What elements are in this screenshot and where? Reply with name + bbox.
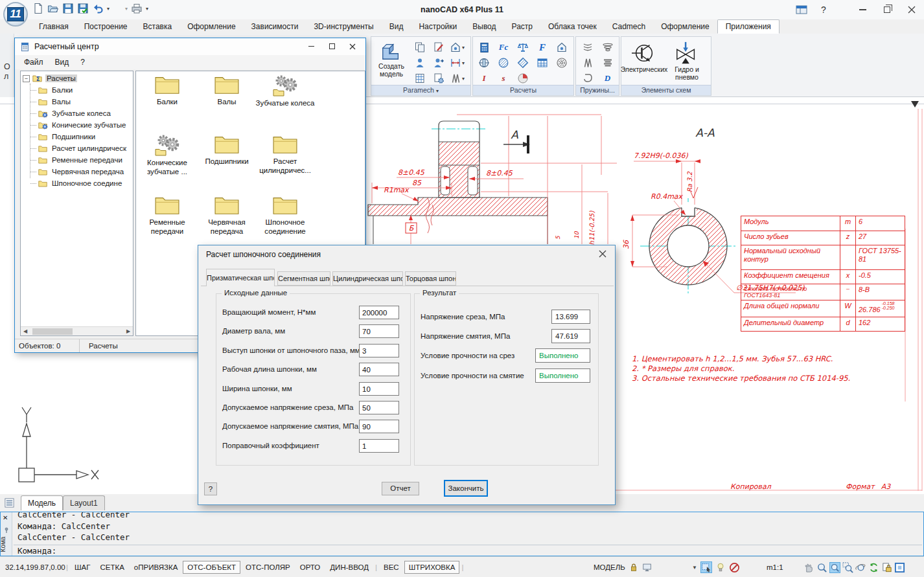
command-line-panel[interactable]: ✕ Кома CalcCenter - CalcCenter Команда: …	[0, 512, 924, 556]
tab-model[interactable]: Модель	[21, 495, 63, 510]
restore-button[interactable]	[875, 0, 899, 19]
dialog-close-icon[interactable]	[598, 249, 608, 260]
tab-vid[interactable]: Вид	[382, 19, 411, 34]
tree-item-root[interactable]: − Расчеты	[21, 73, 133, 84]
lightbulb-icon[interactable]	[715, 562, 726, 572]
calculator-icon[interactable]	[474, 40, 494, 55]
tab-3d-instrumenty[interactable]: 3D-инструменты	[306, 19, 381, 34]
key-length-input[interactable]	[359, 363, 399, 376]
key-protrusion-input[interactable]	[359, 344, 399, 357]
regen-icon[interactable]	[868, 562, 879, 573]
no-selection-icon[interactable]	[729, 562, 740, 573]
tree-horizontal-scrollbar[interactable]: ◀ ▶	[21, 326, 133, 335]
allowed-shear-input[interactable]	[359, 401, 399, 414]
print-dropdown-icon[interactable]: ▾	[146, 6, 148, 12]
toggle-shag[interactable]: ШАГ	[70, 561, 95, 574]
disc-springs-icon[interactable]	[597, 55, 618, 71]
correction-factor-input[interactable]	[359, 439, 399, 453]
panel-item-podshipniki[interactable]: Подшипники	[197, 133, 257, 166]
panel-item-chervyachnaya[interactable]: Червячная передача	[197, 194, 257, 236]
group-label-pruzhiny[interactable]: Пружины...	[576, 85, 619, 95]
panel-item-raschet-cilindr[interactable]: Расчет цилиндричес...	[255, 133, 315, 175]
save-all-icon[interactable]	[77, 3, 89, 14]
hook-icon[interactable]	[577, 71, 597, 86]
doc-gear-icon[interactable]	[429, 71, 448, 86]
person-export-icon[interactable]	[429, 55, 448, 71]
tree-item[interactable]: Шпоночное соедине	[21, 177, 133, 189]
undo-dropdown-icon[interactable]: ▾	[107, 6, 110, 12]
tab-glavnaya[interactable]: Главная	[31, 19, 76, 34]
zoom-window-icon[interactable]	[842, 562, 853, 573]
tab-vyvod[interactable]: Вывод	[465, 19, 503, 34]
dialog-help-button[interactable]: ?	[204, 482, 217, 495]
hydro-pneumo-button[interactable]: Гидро и пневмо	[665, 38, 708, 84]
tab-vstavka[interactable]: Вставка	[135, 19, 180, 34]
tab-postroenie[interactable]: Построение	[76, 19, 135, 34]
minimize-button[interactable]	[850, 0, 875, 19]
tree-item[interactable]: Червячная передача	[21, 166, 133, 177]
toggle-shtrikhovka[interactable]: ШТРИХОВКА	[404, 561, 460, 574]
tab-layout1[interactable]: Layout1	[63, 495, 105, 510]
tab-prilozheniya[interactable]: Приложения	[717, 19, 780, 34]
bearing-rings-icon[interactable]	[552, 55, 572, 71]
torque-input[interactable]	[359, 306, 399, 319]
tree-item[interactable]: Ременные передачи	[21, 154, 133, 166]
zoom-icon[interactable]	[816, 562, 827, 573]
lock-icon[interactable]	[629, 562, 639, 572]
dimension-icon[interactable]: ▾	[448, 55, 467, 71]
tab-oformlenie-2[interactable]: Оформление	[653, 19, 717, 34]
spring-dense-icon[interactable]	[597, 40, 618, 55]
scroll-thumb[interactable]	[32, 328, 73, 335]
hatched-diamond-icon[interactable]	[513, 55, 533, 71]
pie-chart-icon[interactable]	[513, 71, 533, 86]
scroll-left-icon[interactable]: ◀	[21, 327, 30, 335]
panel-item-remennye[interactable]: Ременные передачи	[137, 194, 197, 236]
command-pin-icon[interactable]	[3, 526, 10, 534]
tab-prizmaticheskaya[interactable]: Призматическая шпонка	[206, 269, 275, 286]
toggle-orto[interactable]: ОРТО	[295, 561, 325, 574]
shaft-diameter-input[interactable]	[359, 324, 399, 338]
menu-help[interactable]: ?	[75, 56, 90, 68]
model-house-icon[interactable]: ▾	[448, 40, 467, 55]
toggle-ots-polyar[interactable]: ОТС-ПОЛЯР	[241, 561, 295, 574]
group-label-paramech[interactable]: Paramech ▾	[371, 85, 470, 95]
group-label-elementy-skhem[interactable]: Элементы схем	[621, 85, 711, 95]
tree-item[interactable]: Балки	[21, 84, 133, 96]
status-dropdown-icon[interactable]: ▼	[692, 565, 697, 571]
person-icon[interactable]	[410, 55, 429, 71]
house-gear-icon[interactable]	[552, 40, 572, 55]
shaft-section-icon[interactable]	[474, 55, 494, 71]
orbit-icon[interactable]	[855, 562, 866, 573]
cc-minimize-button[interactable]	[301, 40, 321, 53]
panel-window-icon[interactable]	[789, 0, 814, 19]
spring-zigzag-icon[interactable]	[577, 55, 597, 71]
tree-item[interactable]: Валы	[21, 96, 133, 107]
command-close-icon[interactable]: ✕	[3, 514, 8, 521]
tab-torcovaya[interactable]: Торцовая шпонка	[405, 271, 456, 286]
close-button[interactable]	[899, 0, 924, 19]
tab-oblaka-tochek[interactable]: Облака точек	[540, 19, 605, 34]
undo-icon[interactable]	[92, 3, 104, 14]
tab-cadmech[interactable]: Cadmech	[605, 19, 653, 34]
key-width-input[interactable]	[359, 382, 399, 396]
tree-item[interactable]: Подшипники	[21, 131, 133, 142]
tree-item[interactable]: Конические зубчатые	[21, 119, 133, 131]
tree-item[interactable]: Расчет цилиндрическ	[21, 142, 133, 154]
tree-item[interactable]: Зубчатые колеса	[21, 107, 133, 119]
finish-button[interactable]: Закончить	[444, 480, 488, 497]
selection-mode-icon[interactable]	[700, 561, 712, 573]
menu-file[interactable]: Файл	[19, 56, 49, 68]
toggle-ots-obekt[interactable]: ОТС-ОБЪЕКТ	[183, 561, 240, 574]
tab-oformlenie[interactable]: Оформление	[179, 19, 243, 34]
fc-force-icon[interactable]: Fc	[494, 40, 513, 55]
doc-copy-icon[interactable]	[410, 40, 429, 55]
s-section-icon[interactable]: s	[494, 71, 513, 86]
scales-icon[interactable]	[513, 40, 533, 55]
print-icon[interactable]	[131, 3, 143, 14]
tab-zavisimosti[interactable]: Зависимости	[244, 19, 306, 34]
tab-segmentnaya[interactable]: Сегментная шпонка	[277, 271, 330, 286]
allowed-crush-input[interactable]	[359, 420, 399, 433]
group-label-raschety[interactable]: Расчеты	[473, 85, 573, 95]
open-file-icon[interactable]	[47, 3, 59, 14]
lock-page-icon[interactable]	[881, 562, 892, 573]
